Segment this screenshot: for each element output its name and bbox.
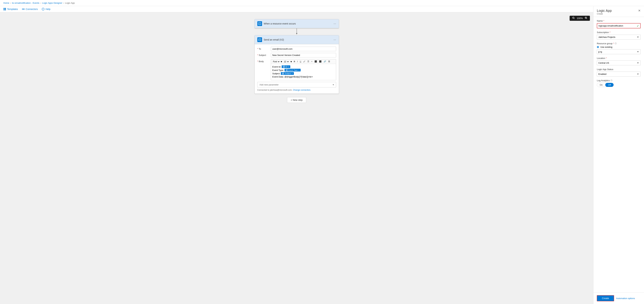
action-card-title: Send an email (V2) xyxy=(264,38,284,41)
underline-button[interactable]: U xyxy=(299,60,302,63)
zoom-out-button[interactable] xyxy=(572,17,575,20)
help-icon: ? xyxy=(42,8,44,10)
id-token: ⇌ ID ✕ xyxy=(282,65,290,68)
toggle-off-button[interactable]: Off xyxy=(605,83,614,87)
use-existing-radio[interactable] xyxy=(597,46,599,48)
panel-title: Logic App xyxy=(597,9,612,13)
svg-rect-0 xyxy=(4,8,4,9)
body-toolbar: Font ▼ 12 14 16 ▼ xyxy=(271,59,336,64)
subject-token-close[interactable]: ✕ xyxy=(292,73,293,74)
connectors-button[interactable]: Connectors xyxy=(22,8,38,10)
panel-body: Name * ✓ Subscription * Jalichwa Project… xyxy=(594,17,644,292)
add-param-chevron: ▾ xyxy=(333,83,334,86)
new-step-button[interactable]: + New step xyxy=(287,97,306,103)
body-content[interactable]: Event Id: ⇌ ID ✕ Event Type: xyxy=(271,64,336,80)
automation-options-link[interactable]: Automation options xyxy=(616,297,635,300)
flow-container: When a resource event occurs ··· xyxy=(254,19,339,103)
bold-button[interactable]: B xyxy=(293,60,296,63)
event-type-token-label: Event Type xyxy=(288,69,298,71)
zoom-level: 100% xyxy=(577,17,583,19)
resource-group-select[interactable]: jj-rg xyxy=(597,49,640,54)
link-button[interactable]: 🔗 xyxy=(323,60,327,63)
to-input[interactable] xyxy=(271,47,336,51)
location-field: Location * Central US xyxy=(597,57,640,65)
toggle-on-button[interactable]: On xyxy=(597,83,605,87)
align-center-button[interactable]: ⬛ xyxy=(318,60,322,63)
unlink-button[interactable]: ⛓ xyxy=(328,60,331,63)
log-analytics-toggle: On Off xyxy=(597,83,614,87)
log-analytics-field: Log Analytics ⓘ On Off xyxy=(597,79,640,87)
subscription-field: Subscription * Jalichwa Projects xyxy=(597,31,640,39)
subject-token-label: Subject xyxy=(285,72,291,74)
svg-rect-2 xyxy=(4,9,4,10)
resource-group-info-icon: ⓘ xyxy=(615,42,616,45)
subscription-select[interactable]: Jalichwa Projects xyxy=(597,35,640,39)
templates-label: Templates xyxy=(7,8,18,10)
trigger-card-more[interactable]: ··· xyxy=(334,22,336,25)
breadcrumb-current: Logic App xyxy=(65,2,75,4)
use-existing-label: Use existing xyxy=(600,46,612,48)
pen-button[interactable]: 🖊 xyxy=(303,60,306,63)
status-field: Logic App Status Enabled Disabled xyxy=(597,68,640,76)
new-step-label: + New step xyxy=(291,99,302,101)
svg-point-5 xyxy=(24,8,24,10)
svg-rect-3 xyxy=(5,9,6,10)
event-type-token-close[interactable]: ✕ xyxy=(298,69,300,71)
create-button[interactable]: Create xyxy=(597,295,614,301)
resource-group-label: Resource group * ⓘ xyxy=(597,42,640,45)
resource-group-field: Resource group * ⓘ Use existing jj-rg xyxy=(597,42,640,54)
id-token-close[interactable]: ✕ xyxy=(288,66,289,68)
action-card-body: To Subject Body xyxy=(254,44,339,94)
name-input-wrapper: ✓ xyxy=(597,23,640,28)
svg-point-4 xyxy=(22,8,23,10)
action-card-header[interactable]: Send an email (V2) ··· xyxy=(254,35,339,44)
panel-subtitle: Create xyxy=(597,13,612,15)
action-card-more[interactable]: ··· xyxy=(334,38,336,41)
svg-line-10 xyxy=(574,18,574,19)
event-type-token-icon: ⇌ xyxy=(286,69,288,71)
align-left-button[interactable]: ⬛ xyxy=(314,60,318,63)
add-param-label: Add new parameter xyxy=(260,83,279,86)
size-select[interactable]: 12 14 16 xyxy=(283,60,289,63)
italic-button[interactable]: I xyxy=(296,60,298,63)
subject-token: ⇌ Subject ✕ xyxy=(281,72,294,75)
subject-label: Subject xyxy=(257,53,269,56)
breadcrumb-events[interactable]: kv-emailnotification - Events xyxy=(12,2,40,4)
templates-button[interactable]: Templates xyxy=(4,8,18,10)
zoom-in-button[interactable] xyxy=(584,17,588,20)
svg-line-13 xyxy=(586,18,587,19)
flow-arrow xyxy=(295,28,298,35)
event-data-text: Event Data: @{triggerBody()?['data']}<br… xyxy=(272,75,313,78)
status-select[interactable]: Enabled Disabled xyxy=(597,72,640,76)
help-button[interactable]: ? Help xyxy=(42,8,50,10)
trigger-card: When a resource event occurs ··· xyxy=(254,19,339,28)
panel-header: Logic App Create ✕ xyxy=(594,6,644,17)
event-type-prefix: Event Type: xyxy=(272,69,284,71)
svg-text:?: ? xyxy=(43,8,44,10)
trigger-card-title: When a resource event occurs xyxy=(264,22,296,25)
body-line-4: Event Data: @{triggerBody()?['data']}<br… xyxy=(272,75,334,78)
connection-info: Connected to jalichwa@microsoft.com. Cha… xyxy=(257,87,336,91)
add-param-button[interactable]: Add new parameter ▾ xyxy=(257,82,336,87)
body-line-2: Event Type: ⇌ Event Type ✕ xyxy=(272,69,334,71)
body-field-row: Body Font ▼ xyxy=(257,59,336,80)
change-connection-link[interactable]: Change connection. xyxy=(293,89,311,91)
location-label: Location * xyxy=(597,57,640,59)
bullet-list-button[interactable]: ☰ xyxy=(307,60,310,63)
breadcrumb-home[interactable]: Home xyxy=(4,2,9,4)
panel-close-button[interactable]: ✕ xyxy=(638,9,640,12)
subject-input[interactable] xyxy=(271,53,336,57)
location-select[interactable]: Central US xyxy=(597,60,640,65)
connection-text: Connected to jalichwa@microsoft.com. xyxy=(257,89,292,91)
trigger-card-icon xyxy=(257,21,262,26)
name-input[interactable] xyxy=(597,23,640,28)
log-analytics-label: Log Analytics ⓘ xyxy=(597,79,640,82)
breadcrumb-designer[interactable]: Logic Apps Designer xyxy=(42,2,62,4)
status-label: Logic App Status xyxy=(597,68,640,71)
id-token-icon: ⇌ xyxy=(283,65,285,68)
trigger-card-header[interactable]: When a resource event occurs ··· xyxy=(254,19,339,28)
to-label: To xyxy=(257,47,269,50)
zoom-controls: 100% xyxy=(570,16,590,21)
ordered-list-button[interactable]: ≡ xyxy=(310,60,313,63)
font-select[interactable]: Font xyxy=(272,60,280,63)
